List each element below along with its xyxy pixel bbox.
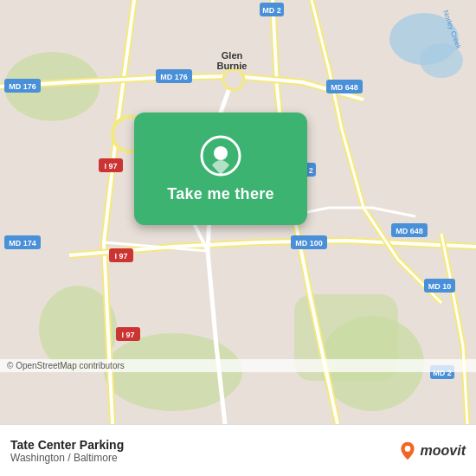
copyright-text: © OpenStreetMap contributors — [7, 361, 125, 370]
svg-text:Burnie: Burnie — [217, 61, 248, 71]
location-pin-icon — [200, 135, 241, 177]
svg-point-40 — [214, 146, 228, 160]
svg-text:Glen: Glen — [222, 50, 243, 61]
svg-text:I 97: I 97 — [104, 162, 117, 170]
svg-text:MD 10: MD 10 — [428, 282, 452, 291]
moovit-logo: moovit — [398, 441, 466, 460]
moovit-pin-icon — [398, 441, 417, 460]
location-region: Washington / Baltimore — [10, 452, 124, 464]
moovit-brand-text: moovit — [421, 443, 466, 459]
svg-point-41 — [404, 446, 410, 452]
svg-text:I 97: I 97 — [121, 331, 134, 339]
svg-text:MD 176: MD 176 — [160, 73, 188, 81]
svg-text:MD 100: MD 100 — [295, 239, 323, 248]
copyright-bar: © OpenStreetMap contributors — [0, 359, 476, 372]
svg-text:MD 648: MD 648 — [331, 83, 358, 92]
svg-point-9 — [223, 69, 244, 90]
location-info: Tate Center Parking Washington / Baltimo… — [10, 438, 124, 464]
map-container: MD 2 MD 176 MD 176 I 97 MD 648 MD 2 MD 6… — [0, 0, 476, 424]
svg-text:MD 176: MD 176 — [9, 82, 36, 91]
take-me-there-button[interactable]: Take me there — [167, 185, 274, 203]
svg-text:MD 174: MD 174 — [9, 239, 36, 248]
bottom-bar: Tate Center Parking Washington / Baltimo… — [0, 424, 476, 476]
card-overlay[interactable]: Take me there — [134, 113, 307, 225]
location-name: Tate Center Parking — [10, 438, 124, 452]
svg-text:MD 648: MD 648 — [396, 227, 423, 235]
svg-text:MD 2: MD 2 — [262, 6, 281, 15]
svg-text:I 97: I 97 — [114, 252, 127, 261]
